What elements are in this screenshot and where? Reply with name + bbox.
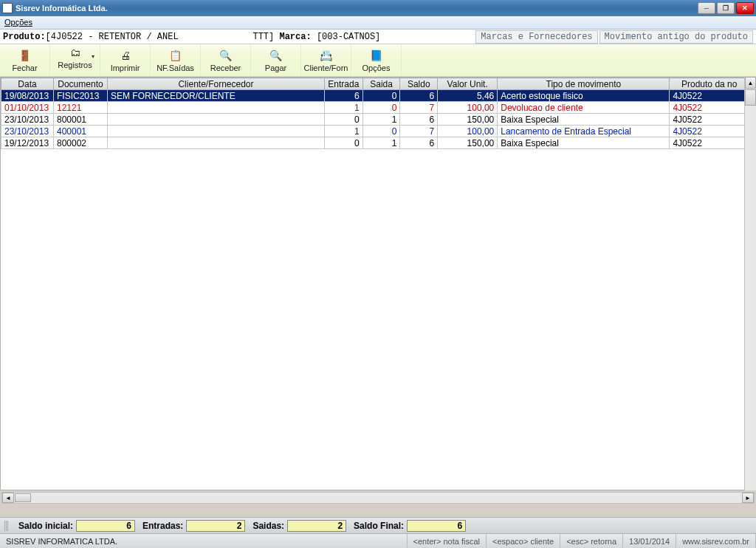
column-header[interactable]: Tipo de movimento (498, 78, 670, 90)
scroll-thumb[interactable] (745, 89, 756, 106)
produto-value: [4J0522 - RETENTOR / ANEL TTT] (46, 32, 275, 42)
scroll-up-icon[interactable]: ▲ (745, 77, 756, 89)
toolbar-icon: 🗂 (68, 45, 83, 60)
tab-movimento-antigo[interactable]: Movimento antigo do produto (599, 30, 753, 44)
horizontal-scrollbar[interactable]: ◄ ► (1, 492, 755, 504)
toolbar-icon: 🔍 (269, 48, 284, 63)
toolbar-receber[interactable]: 🔍Receber (201, 44, 251, 76)
cell-cli (107, 126, 324, 137)
toolbar-label: Imprimir (111, 64, 140, 72)
cell-doc: 12121 (53, 102, 107, 114)
toolbar-label: Opções (362, 64, 391, 72)
cell-data: 19/08/2013 (1, 90, 54, 102)
info-bar: Produto: [4J0522 - RETENTOR / ANEL TTT] … (0, 30, 756, 44)
minimize-button[interactable]: ─ (698, 2, 715, 14)
cell-prod: 4J0522 (670, 137, 749, 149)
saidas-label: Saidas: (252, 521, 284, 531)
cell-val: 150,00 (438, 137, 498, 149)
toolbar-clienteforn[interactable]: 📇Cliente/Forn (301, 44, 351, 76)
status-hint-esc: <esc> retorna (560, 534, 623, 548)
marca-value: [003-CATNOS] (317, 32, 380, 42)
close-button[interactable]: ✕ (736, 2, 754, 14)
table-row[interactable]: 23/10/2013800001016150,00Baixa Especial4… (1, 114, 749, 126)
cell-data: 23/10/2013 (1, 126, 54, 137)
entradas-value: 2 (186, 520, 245, 532)
saldo-inicial-label: Saldo inicial: (18, 521, 73, 531)
status-hint-enter: <enter> nota fiscal (408, 534, 487, 548)
cell-tipo: Lancamento de Entrada Especial (498, 126, 670, 137)
toolbar-fechar[interactable]: 🚪Fechar (0, 44, 50, 76)
marca-label: Marca: (279, 32, 311, 42)
toolbar-icon: 🖨 (118, 48, 133, 63)
menu-opcoes[interactable]: Opções (4, 18, 32, 27)
status-hint-space: <espaco> cliente (487, 534, 560, 548)
menu-bar: Opções (0, 16, 756, 30)
toolbar-label: NF.Saídas (157, 64, 194, 72)
toolbar: 🚪Fechar🗂Registros🖨Imprimir📋NF.Saídas🔍Rec… (0, 44, 756, 77)
cell-sal: 6 (400, 137, 438, 149)
saldo-inicial-value: 6 (76, 520, 135, 532)
toolbar-pagar[interactable]: 🔍Pagar (251, 44, 301, 76)
saldo-final-value: 6 (407, 520, 466, 532)
column-header[interactable]: Saldo (400, 78, 438, 90)
scroll-right-icon[interactable]: ► (742, 493, 754, 503)
cell-ent: 1 (325, 102, 363, 114)
toolbar-icon: 🔍 (219, 48, 233, 63)
produto-label: Produto: (3, 32, 46, 42)
cell-sal: 7 (400, 102, 438, 114)
cell-sal: 7 (400, 126, 438, 137)
toolbar-nfsadas[interactable]: 📋NF.Saídas (151, 44, 201, 76)
table-row[interactable]: 19/12/2013800002016150,00Baixa Especial4… (1, 137, 749, 149)
cell-sai: 1 (362, 137, 400, 149)
cell-tipo: Baixa Especial (498, 137, 670, 149)
cell-val: 100,00 (438, 102, 498, 114)
column-header[interactable]: Valor Unit. (438, 78, 498, 90)
table-row[interactable]: 01/10/201312121107100,00Devolucao de cli… (1, 102, 749, 114)
column-header[interactable]: Cliente/Fornecedor (107, 78, 324, 90)
toolbar-icon: 📋 (168, 48, 183, 63)
cell-sai: 0 (362, 102, 400, 114)
summary-bar: Saldo inicial: 6 Entradas: 2 Saidas: 2 S… (0, 517, 756, 533)
toolbar-opes[interactable]: 📘Opções (351, 44, 402, 76)
status-url: www.sisrev.com.br (676, 534, 756, 548)
toolbar-imprimir[interactable]: 🖨Imprimir (100, 44, 151, 76)
status-bar: SISREV INFORMATICA LTDA. <enter> nota fi… (0, 533, 756, 548)
vertical-scrollbar[interactable]: ▲ (744, 77, 756, 490)
cell-ent: 6 (325, 90, 363, 102)
cell-data: 19/12/2013 (1, 137, 54, 149)
cell-doc: 800002 (53, 137, 107, 149)
toolbar-icon: 📇 (319, 48, 334, 63)
maximize-button[interactable]: ❐ (717, 2, 735, 14)
cell-cli: SEM FORNECEDOR/CLIENTE (107, 90, 324, 102)
cell-prod: 4J0522 (670, 114, 749, 126)
status-date: 13/01/2014 (623, 534, 676, 548)
cell-ent: 0 (325, 114, 363, 126)
column-header[interactable]: Produto da no (670, 78, 749, 90)
cell-doc: 800001 (53, 114, 107, 126)
column-header[interactable]: Data (1, 78, 54, 90)
tab-marcas-fornecedores[interactable]: Marcas e Fornecedores (475, 30, 597, 44)
column-header[interactable]: Saida (362, 78, 400, 90)
scroll-left-icon[interactable]: ◄ (2, 493, 14, 503)
cell-sal: 6 (400, 90, 438, 102)
toolbar-registros[interactable]: 🗂Registros (50, 44, 100, 76)
cell-cli (107, 137, 324, 149)
cell-prod: 4J0522 (670, 102, 749, 114)
table-row[interactable]: 19/08/2013FISIC2013SEM FORNECEDOR/CLIENT… (1, 90, 749, 102)
toolbar-icon: 📘 (369, 48, 384, 63)
column-header[interactable]: Documento (53, 78, 107, 90)
table-row[interactable]: 23/10/2013400001107100,00Lancamento de E… (1, 126, 749, 137)
cell-data: 23/10/2013 (1, 114, 54, 126)
scroll-thumb-h[interactable] (15, 493, 31, 502)
toolbar-label: Receber (210, 64, 241, 72)
column-header[interactable]: Entrada (325, 78, 363, 90)
cell-doc: 400001 (53, 126, 107, 137)
toolbar-label: Registros (58, 61, 92, 69)
data-grid[interactable]: DataDocumentoCliente/FornecedorEntradaSa… (0, 77, 756, 490)
toolbar-icon: 🚪 (18, 48, 32, 63)
saldo-final-label: Saldo Final: (354, 521, 404, 531)
cell-doc: FISIC2013 (53, 90, 107, 102)
cell-ent: 1 (325, 126, 363, 137)
cell-prod: 4J0522 (670, 90, 749, 102)
cell-data: 01/10/2013 (1, 102, 54, 114)
